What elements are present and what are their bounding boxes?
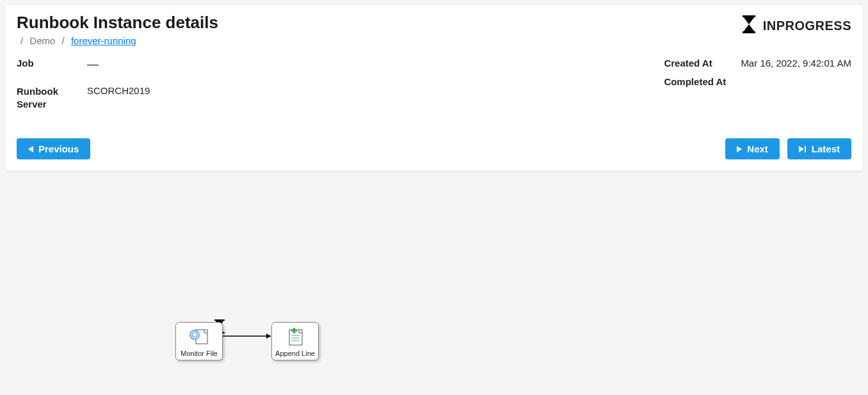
svg-marker-5 bbox=[737, 146, 742, 152]
breadcrumb-item-forever-running[interactable]: forever-running bbox=[71, 35, 136, 46]
header-row: Runbook Instance details / Demo / foreve… bbox=[17, 13, 851, 46]
next-button[interactable]: Next bbox=[725, 138, 780, 159]
created-at-value: Mar 16, 2022, 9:42:01 AM bbox=[741, 58, 851, 69]
triangle-right-icon bbox=[737, 143, 742, 154]
job-row: Job — bbox=[17, 58, 189, 71]
job-label: Job bbox=[17, 58, 87, 71]
details-right: Created At Mar 16, 2022, 9:42:01 AM Comp… bbox=[664, 58, 851, 118]
svg-rect-7 bbox=[805, 146, 806, 152]
details-grid: Job — Runbook Server SCORCH2019 Created … bbox=[17, 58, 851, 118]
right-buttons: Next Latest bbox=[725, 138, 851, 159]
svg-rect-2 bbox=[743, 15, 755, 17]
monitor-file-icon bbox=[188, 324, 210, 350]
runbook-server-label: Runbook Server bbox=[17, 85, 87, 110]
hourglass-icon bbox=[741, 15, 757, 36]
created-at-row: Created At Mar 16, 2022, 9:42:01 AM bbox=[664, 58, 851, 69]
svg-rect-22 bbox=[291, 330, 297, 332]
created-at-label: Created At bbox=[664, 58, 741, 69]
svg-rect-3 bbox=[743, 31, 755, 33]
completed-at-label: Completed At bbox=[664, 76, 741, 87]
completed-at-value bbox=[741, 76, 843, 87]
details-left: Job — Runbook Server SCORCH2019 bbox=[17, 58, 189, 118]
skip-end-icon bbox=[799, 143, 807, 154]
svg-marker-4 bbox=[28, 146, 33, 152]
svg-point-15 bbox=[190, 330, 199, 339]
previous-button[interactable]: Previous bbox=[17, 138, 90, 159]
svg-marker-1 bbox=[743, 24, 755, 32]
node-append-line-label: Append Line bbox=[275, 350, 315, 357]
nav-row: Previous Next Latest bbox=[17, 138, 851, 159]
node-append-line[interactable]: Append Line bbox=[271, 322, 319, 360]
breadcrumb-sep: / bbox=[17, 35, 27, 46]
node-monitor-file-label: Monitor File bbox=[181, 350, 217, 357]
latest-button[interactable]: Latest bbox=[787, 138, 851, 159]
job-value: — bbox=[87, 58, 189, 71]
details-card: Runbook Instance details / Demo / foreve… bbox=[5, 5, 863, 171]
runbook-server-value: SCORCH2019 bbox=[87, 85, 189, 110]
append-line-icon bbox=[284, 324, 306, 350]
breadcrumb: / Demo / forever-running bbox=[17, 35, 218, 46]
triangle-left-icon bbox=[28, 143, 33, 154]
svg-marker-0 bbox=[743, 17, 755, 24]
breadcrumb-item-demo[interactable]: Demo bbox=[29, 35, 55, 46]
page-title: Runbook Instance details bbox=[17, 13, 218, 33]
header-left: Runbook Instance details / Demo / foreve… bbox=[17, 13, 218, 46]
svg-rect-12 bbox=[214, 319, 225, 321]
breadcrumb-sep: / bbox=[58, 35, 68, 46]
svg-marker-6 bbox=[799, 146, 804, 152]
diagram-area: Monitor File Append Line bbox=[5, 176, 863, 387]
latest-label: Latest bbox=[812, 143, 840, 154]
node-monitor-file[interactable]: Monitor File bbox=[175, 322, 223, 360]
previous-label: Previous bbox=[38, 143, 79, 154]
runbook-server-row: Runbook Server SCORCH2019 bbox=[17, 85, 189, 110]
status-block: INPROGRESS bbox=[741, 13, 851, 36]
next-label: Next bbox=[747, 143, 768, 154]
svg-marker-9 bbox=[266, 334, 271, 339]
svg-rect-17 bbox=[289, 330, 302, 345]
completed-at-row: Completed At bbox=[664, 76, 851, 87]
status-text: INPROGRESS bbox=[763, 19, 851, 33]
